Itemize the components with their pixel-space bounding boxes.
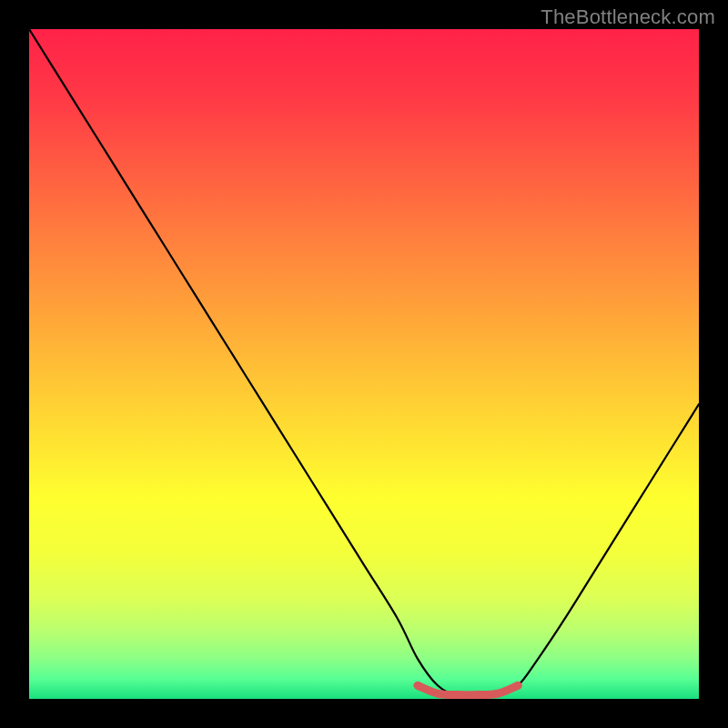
flat-highlight-path — [418, 685, 518, 695]
bottleneck-curve-path — [29, 29, 699, 696]
plot-area — [29, 29, 699, 699]
watermark-text: TheBottleneck.com — [541, 5, 715, 29]
curve-layer — [29, 29, 699, 699]
chart-frame: TheBottleneck.com — [0, 0, 728, 728]
